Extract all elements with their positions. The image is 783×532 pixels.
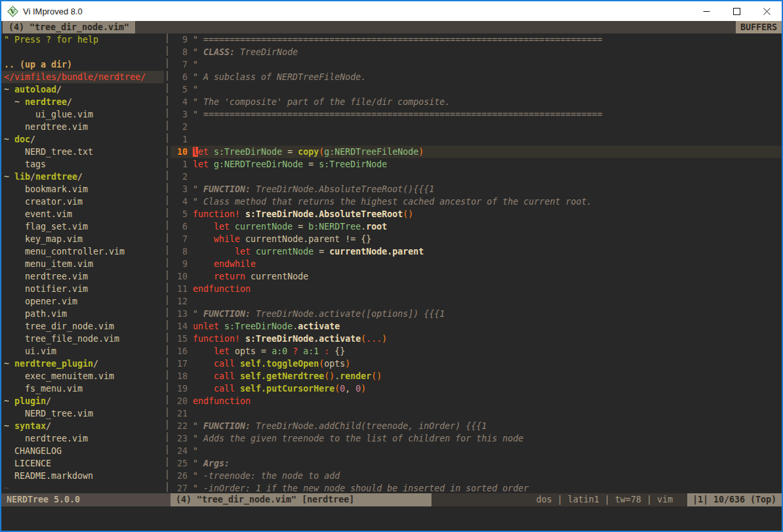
tree-item[interactable]: ~ nerdtree_plugin/	[1, 358, 164, 370]
tab-tree-dir-node[interactable]: (4) "tree_dir_node.vim"	[3, 21, 135, 33]
code-line[interactable]: 7 while currentNode.parent != {}	[171, 233, 782, 245]
tree-item[interactable]	[1, 46, 164, 58]
maximize-button[interactable]	[721, 1, 752, 21]
code-line[interactable]: 18 call self.getNerdtree().render()	[171, 370, 782, 382]
tree-item[interactable]: event.vim	[1, 208, 164, 220]
tree-item[interactable]: LICENCE	[1, 457, 164, 470]
tree-item[interactable]: flag_set.vim	[1, 220, 164, 233]
code-line[interactable]: 5function! s:TreeDirNode.AbsoluteTreeRoo…	[171, 208, 782, 220]
tree-item[interactable]: exec_menuitem.vim	[1, 370, 164, 382]
tree-item[interactable]: ui.vim	[1, 345, 164, 358]
code-line[interactable]: 2	[171, 171, 782, 183]
code-line[interactable]: 22" FUNCTION: TreeDirNode.addChild(treen…	[171, 420, 782, 432]
code-line[interactable]: 1let g:NERDTreeDirNode = s:TreeDirNode	[171, 158, 782, 171]
main-area: " Press ? for help.. (up a dir)</vimfile…	[1, 33, 782, 493]
tabline-spacer	[135, 21, 736, 33]
vim-window: V Vi IMproved 8.0 (4) "tree_dir_node.vim…	[0, 0, 783, 532]
code-line[interactable]: 4" The 'composite' part of the file/dir …	[171, 96, 782, 108]
tree-item[interactable]: NERD_tree.txt	[1, 146, 164, 158]
code-line[interactable]: 16 let opts = a:0 ? a:1 : {}	[171, 345, 782, 358]
tree-item[interactable]: ~ syntax/	[1, 420, 164, 432]
nerdtree-statusline: NERDTree 5.0.0	[1, 493, 171, 506]
maximize-icon	[733, 8, 740, 15]
code-line[interactable]: 6" A subclass of NERDTreeFileNode.	[171, 71, 782, 83]
code-line[interactable]: 8" CLASS: TreeDirNode	[171, 46, 782, 58]
tree-item[interactable]: .. (up a dir)	[1, 58, 164, 71]
tree-item[interactable]: ~	[1, 482, 164, 493]
close-icon	[763, 8, 771, 15]
statusline-flags: dos | latin1 | tw=78 | vim	[432, 493, 687, 506]
tree-item[interactable]: bookmark.vim	[1, 183, 164, 195]
code-line[interactable]: 14unlet s:TreeDirNode.activate	[171, 320, 782, 333]
svg-text:V: V	[10, 7, 16, 15]
tree-item[interactable]: ~ plugin/	[1, 395, 164, 407]
nerdtree-panel: " Press ? for help.. (up a dir)</vimfile…	[1, 33, 164, 493]
close-button[interactable]	[752, 1, 782, 21]
tree-item[interactable]: tree_file_node.vim	[1, 333, 164, 345]
code-line[interactable]: 2	[171, 121, 782, 133]
code-line[interactable]: 1	[171, 133, 782, 146]
command-line-area[interactable]	[1, 506, 782, 531]
tree-item[interactable]: ~ autoload/	[1, 83, 164, 96]
code-line[interactable]: 24"	[171, 445, 782, 457]
code-line[interactable]: 21	[171, 407, 782, 420]
code-line[interactable]: 12	[171, 295, 782, 308]
tree-item[interactable]: key_map.vim	[1, 233, 164, 245]
tree-item[interactable]: menu_item.vim	[1, 258, 164, 270]
minimize-icon	[703, 8, 710, 15]
vim-app-icon: V	[7, 6, 18, 17]
minimize-button[interactable]	[691, 1, 721, 21]
code-line[interactable]: 3" =====================================…	[171, 108, 782, 121]
code-line[interactable]: 5"	[171, 83, 782, 96]
tree-item[interactable]: README.markdown	[1, 470, 164, 482]
tree-item[interactable]: </vimfiles/bundle/nerdtree/	[1, 71, 164, 83]
tree-item[interactable]: ~ doc/	[1, 133, 164, 146]
tree-item[interactable]: tags	[1, 158, 164, 171]
tree-item[interactable]: notifier.vim	[1, 283, 164, 295]
code-line[interactable]: 9" =====================================…	[171, 33, 782, 46]
tree-item[interactable]: ~ lib/nerdtree/	[1, 171, 164, 183]
buffers-label[interactable]: BUFFERS	[736, 21, 782, 33]
status-bar: NERDTree 5.0.0 (4) "tree_dir_node.vim" […	[1, 493, 782, 506]
tree-item[interactable]: creator.vim	[1, 195, 164, 208]
tree-item[interactable]: opener.vim	[1, 295, 164, 308]
code-line[interactable]: 25" Args:	[171, 457, 782, 470]
tree-item[interactable]: nerdtree.vim	[1, 270, 164, 283]
tree-item[interactable]: CHANGELOG	[1, 445, 164, 457]
window-title: Vi IMproved 8.0	[23, 7, 83, 16]
tree-item[interactable]: menu_controller.vim	[1, 245, 164, 258]
code-line[interactable]: 17 call self.toggleOpen(opts)	[171, 358, 782, 370]
code-line[interactable]: 6 let currentNode = b:NERDTree.root	[171, 220, 782, 233]
window-controls	[691, 1, 782, 21]
code-line[interactable]: 9 endwhile	[171, 258, 782, 270]
tab-line: (4) "tree_dir_node.vim" BUFFERS	[1, 21, 782, 33]
tree-item[interactable]: tree_dir_node.vim	[1, 320, 164, 333]
tree-item[interactable]: " Press ? for help	[1, 33, 164, 46]
tree-item[interactable]: NERD_tree.vim	[1, 407, 164, 420]
tree-item[interactable]: nerdtree.vim	[1, 432, 164, 445]
code-line[interactable]: 7"	[171, 58, 782, 71]
code-line[interactable]: 4" Class method that returns the highest…	[171, 195, 782, 208]
statusline-position: |1| 10/636 (Top)	[687, 493, 782, 506]
tree-item[interactable]: ui_glue.vim	[1, 108, 164, 121]
code-line[interactable]: 10 return currentNode	[171, 270, 782, 283]
statusline-filename: (4) "tree_dir_node.vim" [nerdtree]	[171, 493, 432, 506]
code-line[interactable]: 20endfunction	[171, 395, 782, 407]
tree-item[interactable]: ~ nerdtree/	[1, 96, 164, 108]
code-line[interactable]: 13" FUNCTION: TreeDirNode.activate([opti…	[171, 308, 782, 320]
code-line[interactable]: 8 let currentNode = currentNode.parent	[171, 245, 782, 258]
code-line[interactable]: 23" Adds the given treenode to the list …	[171, 432, 782, 445]
code-line[interactable]: 11endfunction	[171, 283, 782, 295]
code-line[interactable]: 27" -inOrder: 1 if the new node should b…	[171, 482, 782, 493]
tree-item[interactable]: path.vim	[1, 308, 164, 320]
code-line[interactable]: 15function! s:TreeDirNode.activate(...)	[171, 333, 782, 345]
code-line[interactable]: 3" FUNCTION: TreeDirNode.AbsoluteTreeRoo…	[171, 183, 782, 195]
code-line[interactable]: 10let s:TreeDirNode = copy(g:NERDTreeFil…	[171, 146, 782, 158]
code-line[interactable]: 19 call self.putCursorHere(0, 0)	[171, 382, 782, 395]
window-split-separator[interactable]	[164, 33, 171, 493]
code-buffer: 9" =====================================…	[171, 33, 782, 493]
title-bar: V Vi IMproved 8.0	[1, 1, 782, 21]
tree-item[interactable]: nerdtree.vim	[1, 121, 164, 133]
code-line[interactable]: 26" -treenode: the node to add	[171, 470, 782, 482]
tree-item[interactable]: fs_menu.vim	[1, 382, 164, 395]
